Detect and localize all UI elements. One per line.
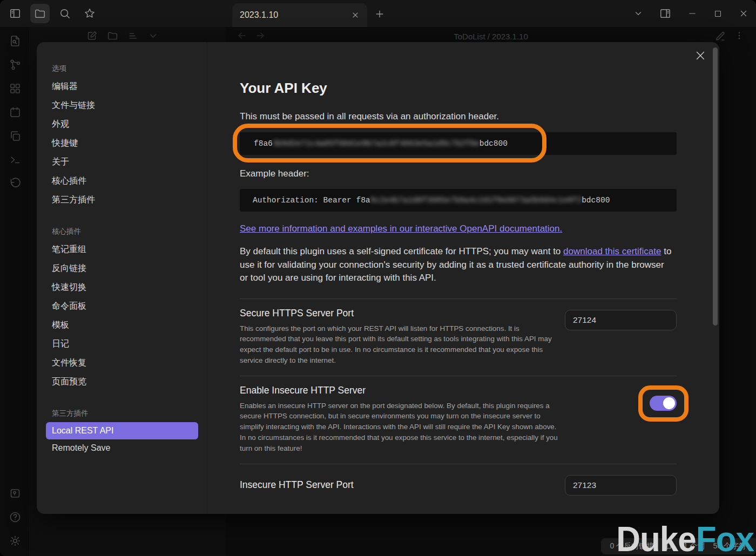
http-port-input[interactable]	[565, 475, 677, 496]
nav-item-file-recovery[interactable]: 文件恢复	[46, 354, 198, 372]
setting-row-http-port: Insecure HTTP Server Port	[240, 464, 677, 514]
nav-item-note-composer[interactable]: 笔记重组	[46, 240, 198, 259]
insecure-server-desc: Enables an insecure HTTP server on the p…	[240, 401, 564, 454]
watermark-duke: Duke	[616, 520, 696, 556]
nav-item-community-plugins[interactable]: 第三方插件	[46, 191, 198, 209]
nav-item-backlinks[interactable]: 反向链接	[46, 259, 198, 278]
nav-header-core-plugins: 核心插件	[46, 227, 198, 236]
https-port-input[interactable]	[565, 310, 677, 330]
nav-item-quick-switcher[interactable]: 快速切换	[46, 278, 198, 297]
settings-nav: 选项 编辑器 文件与链接 外观 快捷键 关于 核心插件 第三方插件 核心插件 笔…	[37, 42, 207, 514]
title-bar: 2023.1.10	[0, 0, 756, 27]
https-port-name: Secure HTTPS Server Port	[240, 308, 564, 319]
nav-item-core-plugins[interactable]: 核心插件	[46, 172, 198, 191]
close-window-button[interactable]	[739, 9, 748, 18]
api-key-suffix: bdc800	[480, 139, 508, 148]
nav-header-community-plugins: 第三方插件	[46, 409, 198, 418]
settings-modal: 选项 编辑器 文件与链接 外观 快捷键 关于 核心插件 第三方插件 核心插件 笔…	[37, 42, 719, 514]
nav-item-templates[interactable]: 模板	[46, 316, 198, 335]
search-icon[interactable]	[55, 4, 75, 23]
api-key-masked: 3b9d2e71c4a85f60d1e9b7a2c8f4063e5a1d9c7b…	[273, 139, 480, 148]
cert-text-before: By default this plugin uses a self-signe…	[240, 246, 563, 256]
nav-header-options: 选项	[46, 64, 198, 73]
https-port-desc: This configures the port on which your R…	[240, 323, 564, 366]
nav-item-local-rest-api[interactable]: Local REST API	[46, 422, 198, 439]
setting-row-insecure-server: Enable Insecure HTTP Server Enables an i…	[240, 376, 677, 464]
nav-item-hotkeys[interactable]: 快捷键	[46, 134, 198, 153]
setting-row-https-port: Secure HTTPS Server Port This configures…	[240, 299, 677, 376]
nav-item-editor[interactable]: 编辑器	[46, 77, 198, 96]
certificate-paragraph: By default this plugin uses a self-signe…	[240, 245, 672, 285]
sidebar-toggle-icon[interactable]	[5, 4, 25, 23]
nav-item-files-links[interactable]: 文件与链接	[46, 96, 198, 115]
api-key-prefix: f8a6	[254, 139, 273, 148]
openapi-docs-link[interactable]: See more information and examples in our…	[240, 223, 562, 234]
nav-item-daily-notes[interactable]: 日记	[46, 335, 198, 354]
bookmarks-star-icon[interactable]	[80, 4, 99, 23]
toggle-knob	[663, 397, 675, 409]
tab-close-icon[interactable]	[351, 11, 360, 19]
tab-list-chevron-icon[interactable]	[633, 9, 643, 18]
download-certificate-link[interactable]: download this certificate	[563, 246, 661, 256]
minimize-button[interactable]	[687, 9, 697, 18]
workspace: ToDoList / 2023.1.10 选项 编辑器 文件与链接 外观 快捷键…	[0, 27, 756, 556]
new-tab-button[interactable]	[373, 7, 387, 21]
api-key-title: Your API Key	[240, 80, 677, 97]
nav-item-remotely-save[interactable]: Remotely Save	[46, 439, 198, 457]
nav-item-command-palette[interactable]: 命令面板	[46, 297, 198, 316]
insecure-server-toggle[interactable]	[650, 396, 677, 411]
watermark-fox: Fox	[696, 520, 754, 556]
settings-content: Your API Key This must be passed in all …	[207, 42, 719, 514]
insecure-server-name: Enable Insecure HTTP Server	[240, 385, 564, 396]
tab-title: 2023.1.10	[240, 10, 351, 20]
example-header-label: Example header:	[240, 168, 677, 179]
api-key-field[interactable]: f8a63b9d2e71c4a85f60d1e9b7a2c8f4063e5a1d…	[240, 132, 677, 155]
nav-item-page-preview[interactable]: 页面预览	[46, 372, 198, 391]
obsidian-window: 2023.1.10	[0, 0, 756, 556]
nav-item-about[interactable]: 关于	[46, 153, 198, 172]
api-key-intro: This must be passed in all requests via …	[240, 111, 677, 122]
example-code-suffix: bdc800	[582, 196, 610, 205]
maximize-button[interactable]	[713, 9, 723, 18]
example-code-prefix: Authorization: Bearer f8a	[253, 196, 370, 205]
nav-item-appearance[interactable]: 外观	[46, 115, 198, 134]
example-header-code: Authorization: Bearer f8a9c2e4b7a1d8f360…	[240, 189, 677, 212]
tab-2023-1-10[interactable]: 2023.1.10	[232, 3, 367, 27]
right-sidebar-toggle-icon[interactable]	[659, 8, 671, 19]
dukefox-watermark: DukeFox	[616, 519, 754, 556]
http-port-name: Insecure HTTP Server Port	[240, 479, 564, 491]
files-button[interactable]	[30, 4, 50, 23]
example-code-masked: 9c2e4b7a1d8f3605e7b9a4c2d1f8e6073a5b9d4c…	[370, 196, 582, 205]
